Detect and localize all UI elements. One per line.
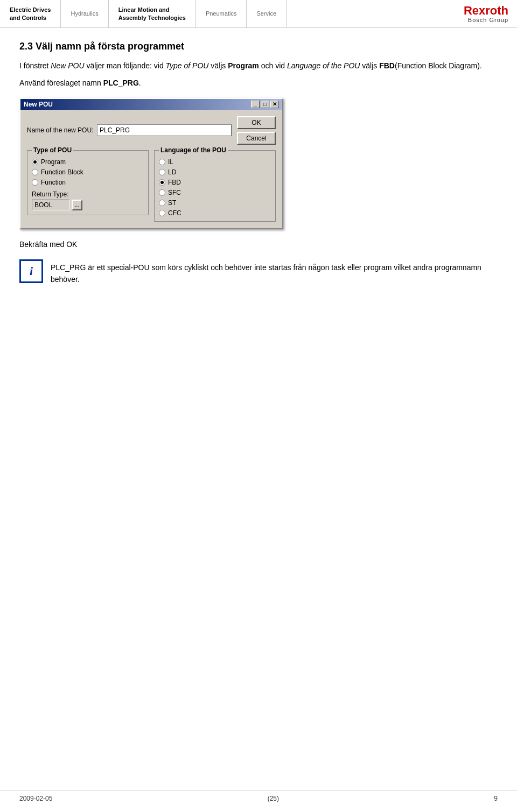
radio-function[interactable]: Function [32, 179, 144, 186]
radio-cfc-dot[interactable] [159, 210, 165, 216]
dialog-groups: Type of POU Program Function Block [27, 150, 276, 222]
info-text: PLC_PRG är ett special-POU som körs cykl… [51, 259, 498, 286]
footer-page-number: 9 [494, 795, 498, 802]
dialog-language-group-title: Language of the POU [159, 146, 228, 154]
dialog-name-input[interactable] [97, 124, 232, 136]
dialog-titlebar-controls: _ □ ✕ [251, 101, 279, 108]
nav-linear[interactable]: Linear Motion and Assembly Technologies [109, 0, 196, 27]
nav-pneumatics[interactable]: Pneumatics [196, 0, 247, 27]
dialog-name-row: Name of the new POU: OK Cancel [27, 116, 276, 145]
nav-service[interactable]: Service [247, 0, 287, 27]
radio-program-dot[interactable] [32, 159, 38, 165]
radio-ld[interactable]: LD [159, 168, 271, 176]
dialog-return-browse-button[interactable]: ... [72, 200, 82, 210]
dialog-body: Name of the new POU: OK Cancel Type of P… [20, 110, 282, 228]
section-paragraph1: I fönstret New POU väljer man följande: … [19, 60, 498, 72]
confirm-text: Bekräfta med OK [19, 240, 498, 249]
radio-st-dot[interactable] [159, 200, 165, 206]
radio-sfc[interactable]: SFC [159, 189, 271, 196]
page-header: Electric Drives and Controls Hydraulics … [0, 0, 517, 28]
main-content: 2.3 Välj namn på första programmet I fön… [0, 28, 517, 307]
radio-function-block[interactable]: Function Block [32, 168, 144, 176]
radio-st[interactable]: ST [159, 199, 271, 207]
radio-cfc[interactable]: CFC [159, 209, 271, 217]
info-box: i PLC_PRG är ett special-POU som körs cy… [19, 259, 498, 286]
dialog-maximize-btn[interactable]: □ [261, 101, 269, 108]
footer-page-indicator: (25) [268, 795, 279, 802]
dialog-return-row: ... [32, 200, 144, 210]
new-pou-dialog: New POU _ □ ✕ Name of the new POU: OK Ca… [19, 98, 283, 229]
dialog-minimize-btn[interactable]: _ [251, 101, 260, 108]
radio-il-dot[interactable] [159, 159, 165, 165]
info-icon: i [19, 259, 43, 283]
radio-fbd[interactable]: FBD [159, 179, 271, 186]
dialog-language-group: Language of the POU IL LD [154, 150, 276, 222]
dialog-title: New POU [24, 101, 53, 108]
radio-fbd-dot[interactable] [159, 179, 165, 186]
section-title: 2.3 Välj namn på första programmet [19, 41, 498, 52]
radio-ld-dot[interactable] [159, 169, 165, 175]
dialog-ok-button[interactable]: OK [237, 116, 276, 129]
logo-brand: Rexroth [464, 5, 508, 17]
logo: Rexroth Bosch Group [455, 0, 517, 27]
logo-group: Bosch Group [464, 17, 508, 23]
radio-program[interactable]: Program [32, 158, 144, 166]
dialog-close-btn[interactable]: ✕ [270, 101, 279, 108]
radio-il[interactable]: IL [159, 158, 271, 166]
nav-hydraulics[interactable]: Hydraulics [61, 0, 108, 27]
dialog-titlebar: New POU _ □ ✕ [20, 99, 282, 110]
dialog-wrapper: New POU _ □ ✕ Name of the new POU: OK Ca… [19, 98, 498, 229]
nav-electric[interactable]: Electric Drives and Controls [0, 0, 61, 27]
dialog-type-group-title: Type of POU [32, 146, 73, 154]
dialog-return-type: Return Type: ... [32, 190, 144, 210]
radio-function-block-dot[interactable] [32, 169, 38, 175]
dialog-return-type-label: Return Type: [32, 190, 144, 198]
section-paragraph2: Använd föreslaget namn PLC_PRG. [19, 77, 498, 89]
footer-date: 2009-02-05 [19, 795, 52, 802]
dialog-return-input[interactable] [32, 200, 69, 210]
dialog-cancel-button[interactable]: Cancel [237, 132, 276, 145]
dialog-name-label: Name of the new POU: [27, 126, 97, 134]
radio-function-dot[interactable] [32, 179, 38, 186]
radio-sfc-dot[interactable] [159, 189, 165, 196]
dialog-type-group: Type of POU Program Function Block [27, 150, 149, 215]
page-footer: 2009-02-05 (25) 9 [0, 790, 517, 802]
